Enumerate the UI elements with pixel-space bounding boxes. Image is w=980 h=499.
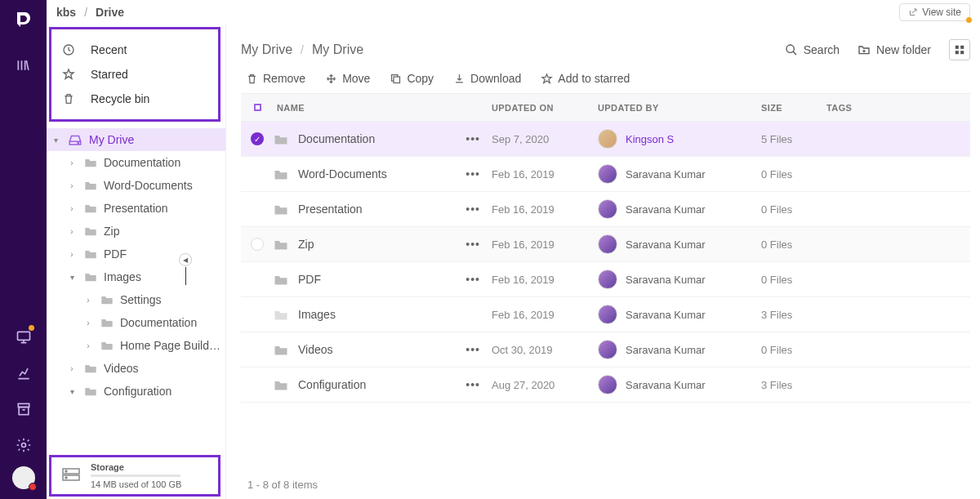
storage-title: Storage — [91, 462, 181, 472]
action-move[interactable]: Move — [325, 72, 370, 85]
table-row[interactable]: Videos•••Oct 30, 2019Saravana Kumar0 Fil… — [241, 332, 970, 368]
row-checkbox[interactable] — [251, 238, 264, 251]
table-row[interactable]: ImagesFeb 16, 2019Saravana Kumar3 Files — [241, 297, 970, 332]
tree-zip[interactable]: ›Zip — [47, 220, 225, 243]
topbar: kbs / Drive View site — [47, 0, 980, 25]
row-menu-icon[interactable]: ••• — [466, 343, 492, 356]
row-name-label: Word-Documents — [298, 167, 387, 180]
row-date: Feb 16, 2019 — [492, 168, 598, 180]
folder-icon — [274, 203, 288, 216]
quick-recent[interactable]: Recent — [51, 38, 218, 62]
folder-icon — [274, 309, 288, 321]
new-folder-action[interactable]: New folder — [858, 43, 931, 56]
view-site-button[interactable]: View site — [899, 3, 970, 21]
table-row[interactable]: Word-Documents•••Feb 16, 2019Saravana Ku… — [241, 157, 970, 192]
folder-icon — [274, 344, 288, 356]
row-menu-icon[interactable]: ••• — [466, 378, 492, 391]
folder-icon — [274, 133, 288, 145]
col-tags[interactable]: TAGS — [826, 103, 957, 113]
breadcrumb-root[interactable]: My Drive — [241, 42, 292, 57]
tree-documentation[interactable]: ›Documentation — [47, 151, 225, 174]
archive-icon[interactable] — [9, 394, 38, 424]
svg-point-8 — [65, 470, 67, 472]
tree-my-drive[interactable]: ▾ My Drive — [47, 128, 225, 151]
action-download[interactable]: Download — [453, 72, 521, 85]
action-remove[interactable]: Remove — [246, 72, 305, 85]
folder-icon — [274, 238, 288, 251]
svg-rect-15 — [394, 77, 400, 83]
action-star[interactable]: Add to starred — [541, 72, 630, 85]
tree-pdf[interactable]: ›PDF — [47, 243, 225, 265]
tree-presentation[interactable]: ›Presentation — [47, 197, 225, 220]
tree-images[interactable]: ▾Images — [47, 265, 225, 288]
table-row[interactable]: Zip•••Feb 16, 2019Saravana Kumar0 Files — [241, 227, 970, 262]
table-row[interactable]: Presentation•••Feb 16, 2019Saravana Kuma… — [241, 192, 970, 227]
folder-tree: ▾ My Drive ›Documentation ›Word-Document… — [47, 125, 225, 453]
svg-rect-12 — [960, 46, 964, 49]
svg-rect-14 — [960, 51, 964, 54]
main-pane: My Drive / My Drive Search New folder — [226, 25, 980, 499]
row-date: Feb 16, 2019 — [492, 309, 598, 321]
library-icon[interactable] — [9, 51, 38, 80]
table-row[interactable]: Configuration•••Aug 27, 2020Saravana Kum… — [241, 368, 970, 403]
user-avatar[interactable] — [12, 466, 35, 489]
row-name-label: Documentation — [298, 132, 375, 145]
monitor-icon[interactable] — [9, 323, 38, 352]
row-name-label: Zip — [298, 238, 314, 251]
row-menu-icon[interactable]: ••• — [466, 203, 492, 216]
row-menu-icon[interactable]: ••• — [466, 238, 492, 251]
col-updated[interactable]: UPDATED ON — [492, 103, 598, 113]
action-bar: Remove Move Copy Download Add to starred — [241, 72, 970, 94]
row-menu-icon[interactable]: ••• — [466, 273, 492, 286]
row-size: 3 Files — [761, 309, 826, 321]
tree-word[interactable]: ›Word-Documents — [47, 174, 225, 197]
avatar — [598, 340, 617, 359]
workspace-crumb[interactable]: kbs — [56, 6, 76, 19]
row-date: Feb 16, 2019 — [492, 203, 598, 216]
avatar — [598, 375, 617, 394]
tree-images-docs[interactable]: ›Documentation — [47, 311, 225, 334]
storage-icon — [61, 467, 81, 485]
row-menu-icon[interactable]: ••• — [466, 167, 492, 180]
tree-configuration[interactable]: ▾Configuration — [47, 380, 225, 403]
quick-starred[interactable]: Starred — [51, 62, 218, 87]
folder-icon — [84, 157, 97, 168]
breadcrumb-current[interactable]: My Drive — [312, 42, 363, 57]
sidebar-collapse-toggle[interactable]: ◀ — [179, 253, 192, 266]
folder-icon — [274, 379, 288, 391]
selected-check-icon[interactable]: ✓ — [251, 132, 264, 145]
clock-icon — [61, 43, 76, 56]
select-all-checkbox[interactable] — [254, 104, 261, 111]
row-menu-icon[interactable]: ••• — [466, 132, 492, 145]
col-name[interactable]: NAME — [274, 103, 492, 113]
analytics-icon[interactable] — [9, 359, 38, 388]
grid-view-toggle[interactable] — [949, 39, 970, 60]
settings-icon[interactable] — [9, 430, 38, 460]
row-size: 0 Files — [761, 203, 826, 216]
quick-recycle[interactable]: Recycle bin — [51, 87, 218, 111]
row-size: 5 Files — [761, 133, 826, 145]
svg-rect-11 — [956, 46, 959, 49]
avatar — [598, 164, 617, 184]
row-size: 0 Files — [761, 344, 826, 356]
tree-images-settings[interactable]: ›Settings — [47, 288, 225, 311]
row-name-label: PDF — [298, 273, 321, 286]
svg-point-3 — [21, 443, 25, 448]
row-updated-by: Saravana Kumar — [598, 270, 761, 289]
col-size[interactable]: SIZE — [761, 103, 826, 113]
col-by[interactable]: UPDATED BY — [598, 103, 761, 113]
search-action[interactable]: Search — [785, 43, 840, 56]
table-row[interactable]: PDF•••Feb 16, 2019Saravana Kumar0 Files — [241, 262, 970, 297]
star-icon — [61, 68, 76, 81]
table-row[interactable]: ✓Documentation•••Sep 7, 2020Kingson S5 F… — [241, 122, 970, 157]
tree-videos[interactable]: ›Videos — [47, 357, 225, 380]
avatar — [598, 129, 617, 149]
row-updated-by: Saravana Kumar — [598, 375, 761, 394]
row-name-label: Images — [298, 308, 336, 321]
page-title-crumb[interactable]: Drive — [96, 6, 124, 19]
app-logo[interactable] — [12, 8, 35, 31]
row-date: Feb 16, 2019 — [492, 274, 598, 286]
action-copy[interactable]: Copy — [390, 72, 434, 85]
row-size: 0 Files — [761, 238, 826, 251]
tree-images-home[interactable]: ›Home Page Build… — [47, 334, 225, 357]
